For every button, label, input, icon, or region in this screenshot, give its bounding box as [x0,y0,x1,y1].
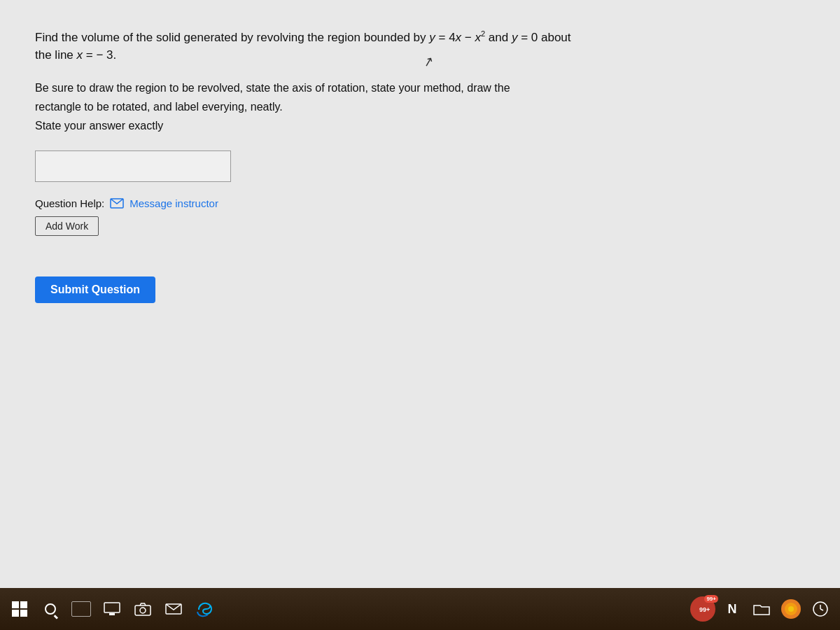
question-help-label: Question Help: [35,197,104,209]
taskbar: 99+ 99+ N [0,588,840,630]
mail-icon [110,198,124,209]
svg-rect-1 [104,603,120,612]
windows-start-button[interactable] [7,596,32,622]
app-icon-camera[interactable] [130,596,155,622]
colorful-app-icon[interactable] [778,596,804,622]
add-work-button[interactable]: Add Work [35,216,99,236]
app-icon-mail[interactable] [161,596,186,622]
clock-icon-area[interactable] [808,596,833,622]
norton-icon[interactable]: N [720,596,745,622]
circle-app-icon [780,598,802,620]
task-view-icon [71,601,91,617]
edge-browser-button[interactable] [192,596,217,622]
taskbar-right: 99+ 99+ N [690,596,833,622]
search-button[interactable] [38,596,63,622]
main-content: Find the volume of the solid generated b… [0,0,840,588]
task-view-button[interactable] [69,596,94,622]
submit-question-button[interactable]: Submit Question [35,276,155,303]
folder-icon [753,602,770,616]
question-help-row: Question Help: Message instructor [35,197,805,209]
cursor-arrow: ↖ [421,52,436,73]
bell-icon: 99+ [696,602,710,616]
answer-input[interactable] [35,150,231,182]
app-icon-1[interactable] [99,596,125,622]
camera-icon [134,602,151,616]
svg-rect-3 [135,606,150,615]
svg-text:99+: 99+ [699,606,710,613]
badge-count: 99+ [704,595,718,603]
clock-icon [812,601,829,617]
svg-rect-2 [109,613,115,615]
message-instructor-link[interactable]: Message instructor [130,197,218,209]
file-manager-icon[interactable] [749,596,774,622]
instructions: Be sure to draw the region to be revolve… [35,78,805,136]
edge-icon [195,600,214,618]
question-text: Find the volume of the solid generated b… [35,28,805,64]
notification-area[interactable]: 99+ 99+ [690,596,715,622]
windows-logo-icon [12,601,27,617]
mail-taskbar-icon [165,602,182,616]
svg-line-13 [820,609,823,610]
monitor-icon [104,602,120,616]
svg-point-4 [140,608,146,613]
n-letter-icon: N [728,602,737,617]
svg-point-10 [788,606,794,612]
search-icon [45,603,56,615]
